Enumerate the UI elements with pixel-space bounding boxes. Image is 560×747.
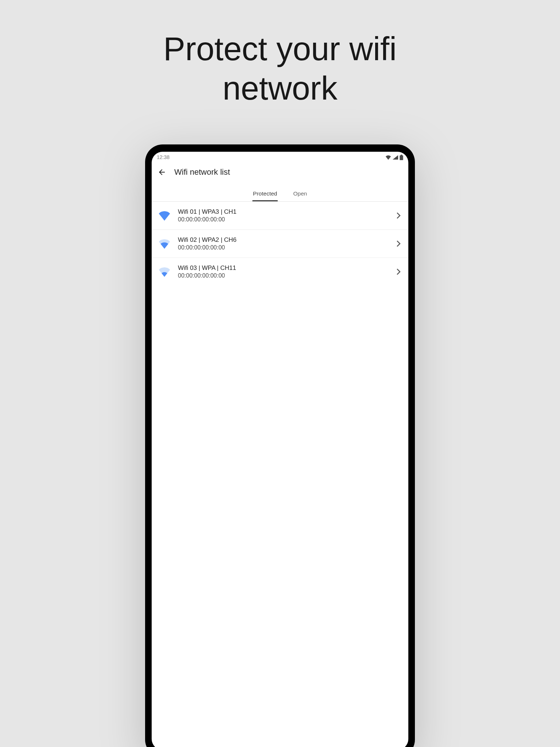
page-headline: Protect your wifinetwork [163, 29, 397, 108]
tab-open[interactable]: Open [292, 187, 308, 201]
tab-protected[interactable]: Protected [252, 187, 278, 201]
network-title: Wifi 02 | WPA2 | CH6 [178, 236, 388, 244]
status-bar: 12:38 [152, 152, 408, 163]
tab-bar: Protected Open [152, 187, 408, 202]
back-button[interactable] [157, 167, 167, 177]
chevron-right-icon [395, 240, 402, 247]
wifi-icon [158, 209, 171, 222]
chevron-right-icon [395, 268, 402, 275]
battery-icon [400, 155, 403, 160]
network-item[interactable]: Wifi 03 | WPA | CH11 00:00:00:00:00:00 [152, 258, 408, 286]
network-title: Wifi 03 | WPA | CH11 [178, 264, 388, 272]
network-item[interactable]: Wifi 02 | WPA2 | CH6 00:00:00:00:00:00 [152, 230, 408, 258]
chevron-right-icon [395, 212, 402, 219]
network-item[interactable]: Wifi 01 | WPA3 | CH1 00:00:00:00:00:00 [152, 202, 408, 230]
network-mac: 00:00:00:00:00:00 [178, 216, 388, 223]
arrow-left-icon [158, 168, 166, 177]
wifi-icon [158, 237, 171, 250]
status-time: 12:38 [157, 154, 170, 160]
network-mac: 00:00:00:00:00:00 [178, 272, 388, 279]
network-title: Wifi 01 | WPA3 | CH1 [178, 208, 388, 216]
wifi-status-icon [385, 155, 391, 160]
network-list: Wifi 01 | WPA3 | CH1 00:00:00:00:00:00 [152, 202, 408, 747]
screen-title: Wifi network list [174, 167, 230, 177]
network-mac: 00:00:00:00:00:00 [178, 244, 388, 251]
signal-icon [393, 155, 398, 160]
wifi-icon [158, 266, 171, 278]
app-bar: Wifi network list [152, 163, 408, 182]
device-frame: 12:38 Wifi network list Prot [145, 144, 415, 747]
status-icons [385, 155, 403, 160]
